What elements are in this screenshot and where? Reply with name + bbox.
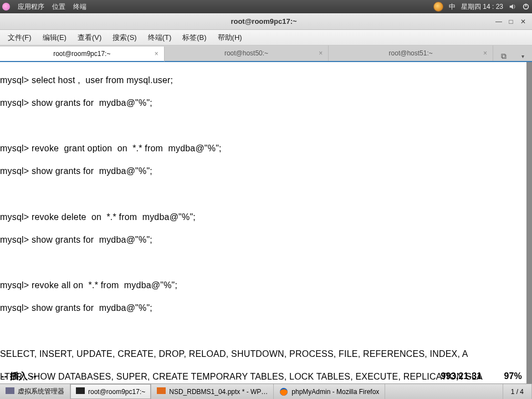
vim-status-line: -- 插入 --993,21-3197%	[0, 371, 525, 382]
menu-file[interactable]: 文件(F)	[3, 31, 36, 44]
tab-label: root@host50:~	[224, 49, 268, 57]
menu-edit[interactable]: 编辑(E)	[38, 31, 71, 44]
new-tab-icon[interactable]: ⧉	[501, 52, 507, 61]
terminal-viewport[interactable]: mysql> select host , user from mysql.use…	[0, 62, 532, 383]
menu-search[interactable]: 搜索(S)	[108, 31, 141, 44]
task-wps[interactable]: NSD_RDBMS1_04.pptx * - WP…	[151, 384, 274, 399]
workspace-switcher[interactable]: 1 / 4	[503, 384, 532, 399]
power-icon[interactable]	[522, 3, 530, 11]
task-firefox[interactable]: phpMyAdmin - Mozilla Firefox	[274, 384, 385, 399]
menubar: 文件(F) 编辑(E) 查看(V) 搜索(S) 终端(T) 标签(B) 帮助(H…	[0, 30, 532, 45]
window-maximize-button[interactable]: □	[507, 17, 515, 26]
tab-menu-icon[interactable]: ▾	[521, 53, 524, 59]
terminal-line: mysql> revoke delete on *.* from mydba@"…	[0, 212, 196, 222]
window-titlebar[interactable]: root@room9pc17:~ — □ ✕	[0, 13, 532, 30]
terminal-line: mysql> show grants for mydba@"%";	[0, 303, 152, 313]
task-label: NSD_RDBMS1_04.pptx * - WP…	[169, 388, 268, 396]
task-label: phpMyAdmin - Mozilla Firefox	[291, 388, 379, 396]
tab-close-icon[interactable]: ×	[319, 49, 323, 57]
clock[interactable]: 星期四 14 : 23	[461, 2, 503, 12]
distro-logo-icon	[2, 3, 10, 11]
terminal-tab-2[interactable]: root@host51:~ ×	[329, 45, 493, 61]
tab-close-icon[interactable]: ×	[155, 50, 158, 58]
terminal-icon	[76, 387, 85, 396]
update-notifier-icon[interactable]	[433, 2, 443, 12]
firefox-icon	[279, 387, 288, 396]
terminal-tabstrip: root@room9pc17:~ × root@host50:~ × root@…	[0, 45, 532, 62]
task-label: 虚拟系统管理器	[18, 387, 64, 396]
menu-terminal[interactable]: 终端(T)	[144, 31, 176, 44]
menu-help[interactable]: 帮助(H)	[213, 31, 247, 44]
applications-menu[interactable]: 应用程序	[18, 2, 44, 12]
terminal-line: mysql> revoke all on *.* from mydba@"%";	[0, 280, 177, 290]
terminal-line: mysql> show grants for mydba@"%";	[0, 166, 152, 176]
menu-view[interactable]: 查看(V)	[73, 31, 106, 44]
terminal-line: SELECT, INSERT, UPDATE, CREATE, DROP, RE…	[0, 349, 468, 359]
task-label: root@room9pc17:~	[88, 388, 145, 396]
desktop-topbar: 应用程序 位置 终端 中 星期四 14 : 23	[0, 0, 532, 13]
tab-label: root@room9pc17:~	[53, 50, 110, 58]
window-minimize-button[interactable]: —	[494, 17, 503, 26]
places-menu[interactable]: 位置	[52, 2, 65, 12]
terminal-tab-1[interactable]: root@host50:~ ×	[165, 45, 329, 61]
presentation-icon	[157, 387, 166, 396]
terminal-line: mysql> revoke grant option on *.* from m…	[0, 144, 222, 153]
terminal-line: mysql> show grants for mydba@"%";	[0, 98, 152, 108]
terminal-app-menu[interactable]: 终端	[73, 2, 86, 12]
workspace-label: 1 / 4	[511, 388, 524, 396]
terminal-tab-0[interactable]: root@room9pc17:~ ×	[0, 47, 165, 62]
terminal-line: mysql> show grants for mydba@"%";	[0, 235, 152, 244]
virt-manager-icon	[6, 387, 14, 396]
tab-label: root@host51:~	[389, 49, 433, 57]
window-title: root@room9pc17:~	[33, 17, 494, 25]
volume-icon[interactable]	[509, 3, 516, 11]
window-close-button[interactable]: ✕	[519, 17, 528, 26]
ime-indicator[interactable]: 中	[449, 2, 456, 12]
tab-close-icon[interactable]: ×	[483, 49, 487, 57]
task-terminal[interactable]: root@room9pc17:~	[70, 384, 151, 399]
menu-tabs[interactable]: 标签(B)	[178, 31, 211, 44]
terminal-scrollbar[interactable]	[526, 62, 532, 383]
scrollbar-thumb[interactable]	[526, 62, 532, 383]
terminal-line: mysql> select host , user from mysql.use…	[0, 75, 173, 85]
task-virt-manager[interactable]: 虚拟系统管理器	[0, 384, 70, 399]
desktop-taskbar: 虚拟系统管理器 root@room9pc17:~ NSD_RDBMS1_04.p…	[0, 383, 532, 399]
